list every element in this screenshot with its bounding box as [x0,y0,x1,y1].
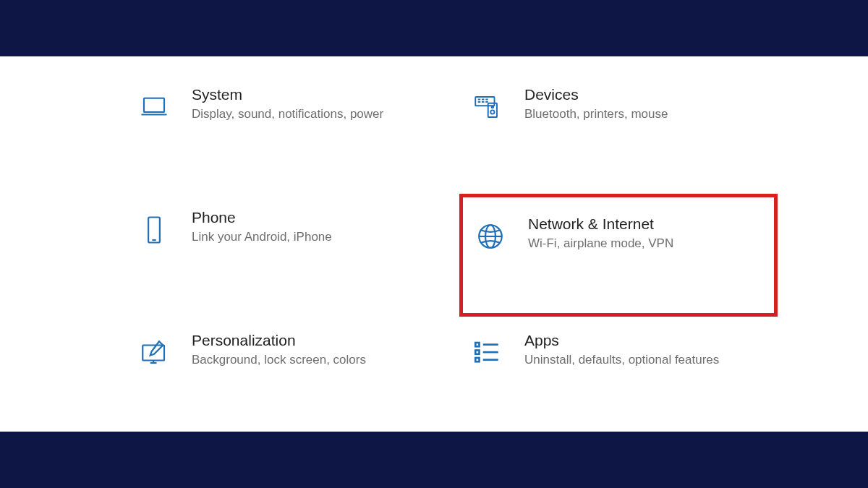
category-text: System Display, sound, notifications, po… [192,85,383,123]
apps-icon [467,333,507,373]
category-text: Devices Bluetooth, printers, mouse [524,85,668,123]
category-desc: Uninstall, defaults, optional features [524,352,719,369]
category-phone[interactable]: Phone Link your Android, iPhone [127,201,445,317]
svg-rect-20 [475,343,479,346]
laptop-icon [134,87,174,127]
svg-rect-22 [475,351,479,354]
category-devices[interactable]: Devices Bluetooth, printers, mouse [459,78,778,194]
category-desc: Background, lock screen, colors [192,352,366,369]
category-title: Personalization [192,331,366,349]
category-desc: Display, sound, notifications, power [192,106,383,123]
svg-rect-24 [475,358,479,361]
category-personalization[interactable]: Personalization Background, lock screen,… [127,324,445,440]
svg-rect-0 [144,98,164,112]
globe-icon [470,216,511,257]
category-text: Personalization Background, lock screen,… [192,331,366,369]
category-title: Apps [524,331,719,349]
category-desc: Link your Android, iPhone [192,229,332,246]
top-bar [0,0,868,56]
category-title: Devices [524,85,668,103]
phone-icon [134,210,174,250]
category-text: Phone Link your Android, iPhone [192,208,332,246]
category-desc: Wi-Fi, airplane mode, VPN [528,236,673,252]
svg-point-10 [492,106,494,108]
svg-rect-12 [148,218,160,243]
category-network[interactable]: Network & Internet Wi-Fi, airplane mode,… [459,194,778,317]
category-text: Apps Uninstall, defaults, optional featu… [524,331,719,369]
category-title: Network & Internet [528,215,673,233]
svg-point-11 [490,110,494,114]
category-text: Network & Internet Wi-Fi, airplane mode,… [528,215,673,252]
categories-grid: System Display, sound, notifications, po… [127,78,868,440]
bottom-bar [0,432,868,488]
devices-icon [467,87,507,127]
category-title: System [192,85,383,103]
category-title: Phone [192,208,332,226]
category-system[interactable]: System Display, sound, notifications, po… [127,78,445,194]
settings-categories-panel: System Display, sound, notifications, po… [0,56,868,432]
category-apps[interactable]: Apps Uninstall, defaults, optional featu… [459,324,778,440]
personalize-icon [134,333,174,373]
category-desc: Bluetooth, printers, mouse [524,106,668,123]
